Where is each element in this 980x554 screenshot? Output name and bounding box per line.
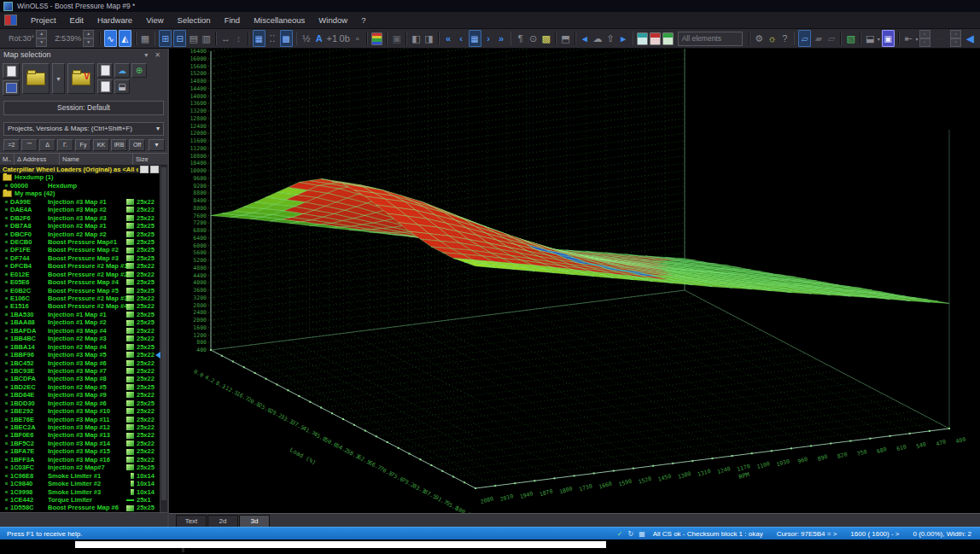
toolbar-overflow-icon[interactable]: ◀ — [965, 31, 976, 46]
next-map-icon[interactable]: › — [483, 31, 494, 46]
menu-find[interactable]: Find — [218, 14, 247, 26]
network-icon[interactable]: ⊕ — [131, 63, 147, 78]
filter-2[interactable]: =2 — [3, 139, 20, 151]
filter-irb[interactable]: IRB — [111, 139, 127, 151]
map-preview-icon[interactable]: ▩ — [540, 31, 551, 46]
tree-row-hexdump[interactable]: 00000Hexdump — [0, 182, 167, 190]
tree-scrollbar[interactable] — [160, 166, 167, 512]
open-project-button[interactable] — [22, 63, 50, 94]
map-row[interactable]: 1BD84EInjection #3 Map #925x22 — [0, 391, 167, 399]
map-row[interactable]: 1CE442Torque Limiter25x1 — [0, 496, 167, 504]
all-elements-select[interactable]: All elements — [678, 32, 743, 46]
column-m[interactable]: M.. — [0, 154, 15, 165]
first-map-icon[interactable]: « — [443, 31, 454, 46]
mesh-icon[interactable]: ▩ — [280, 30, 293, 47]
open-project-dropdown[interactable]: ▼ — [52, 63, 65, 94]
extra-spinner-1[interactable]: ▲▼ — [919, 30, 930, 47]
menu-window[interactable]: Window — [312, 14, 354, 26]
map-3d-view[interactable]: 4008001200160020002400280032003600400044… — [169, 49, 980, 527]
map-row[interactable]: 1C9998Smoke Limiter #310x14 — [0, 488, 167, 496]
import-maps-button[interactable] — [67, 63, 95, 94]
search-icon[interactable]: ⊙ — [528, 31, 539, 46]
colors-icon[interactable] — [371, 32, 383, 45]
tab-text[interactable]: Text — [176, 515, 207, 527]
menu-project[interactable]: Project — [24, 14, 63, 26]
project-icon[interactable] — [4, 15, 17, 26]
window-icon[interactable]: ⬒ — [560, 31, 571, 46]
document-window-icon[interactable]: ⬓ — [114, 79, 130, 94]
folded-map-icon[interactable]: ▱ — [798, 30, 811, 47]
grid-columns-icon[interactable]: ▥ — [201, 31, 212, 46]
map-row[interactable]: 1BD2ECInjection #2 Map #525x25 — [0, 383, 167, 391]
folder-hexdump[interactable]: Hexdump (1) — [0, 173, 167, 181]
map-row[interactable]: DECB0Boost Pressure Map#125x25 — [0, 238, 167, 246]
map-row[interactable]: E05E6Boost Pressure Map #425x25 — [0, 278, 167, 286]
map-row[interactable]: DAE4AInjection #3 Map #225x22 — [0, 206, 167, 213]
map-row[interactable]: 1BBF96Injection #3 Map #525x22 — [0, 351, 167, 359]
filter-dropdown-icon[interactable]: ▼ — [149, 139, 165, 151]
window-select-icon[interactable]: ⬓ — [865, 31, 876, 46]
factor-icon[interactable]: ½ — [300, 31, 312, 46]
dropdown-caret-icon[interactable]: ▾ — [916, 36, 919, 42]
colored-map-icon[interactable]: ▧ — [845, 31, 856, 46]
root-grid-icon[interactable] — [140, 166, 149, 173]
map-row[interactable]: 1BC93EInjection #3 Map #725x22 — [0, 367, 167, 375]
map-row[interactable]: 1BBA14Injection #2 Map #425x25 — [0, 343, 167, 351]
new-document-icon[interactable] — [3, 63, 20, 79]
folder-my-maps[interactable]: My maps (42) — [0, 190, 167, 197]
menu-miscellaneous[interactable]: Miscellaneous — [247, 14, 312, 26]
map-row[interactable]: DFCB4Boost Pressure #2 Map #125x22 — [0, 262, 167, 270]
upload-original-icon[interactable]: ☁ — [592, 31, 604, 46]
online-icon[interactable]: ☁ — [114, 63, 130, 78]
increment-icon[interactable]: +1 — [326, 31, 337, 46]
map-row[interactable]: 1BAA88Injection #1 Map #225x25 — [0, 318, 167, 326]
binary-icon[interactable]: 0b — [339, 31, 350, 46]
map-row[interactable]: 1BAFDAInjection #3 Map #425x22 — [0, 327, 167, 335]
map-row[interactable]: 1BA530Injection #1 Map #125x25 — [0, 311, 167, 318]
zoom-spinner[interactable]: ▲▼ — [83, 30, 94, 47]
map-row[interactable]: DB7A8Injection #2 Map #125x25 — [0, 222, 167, 230]
value-dots-icon[interactable]: ⁚⁚ — [267, 31, 278, 46]
map-row[interactable]: 1BF5C2Injection #3 Map #1425x22 — [0, 440, 167, 447]
panel-menu-icon[interactable]: ▾ — [141, 51, 151, 59]
map-row[interactable]: E012EBoost Pressure #2 Map #225x22 — [0, 271, 167, 278]
extra-spinner-2[interactable]: ▲▼ — [950, 30, 961, 47]
map-row[interactable]: 1D558CBoost Pressure Map #625x25 — [0, 504, 167, 511]
folded-map3-icon[interactable]: ▱ — [825, 31, 837, 46]
window-split-icon[interactable]: ⊟ — [173, 30, 186, 47]
text-columns-icon[interactable]: ▤ — [188, 31, 199, 46]
surface-chart[interactable]: 4008001200160020002400280032003600400044… — [169, 49, 980, 517]
map-row[interactable]: 1BFA7EInjection #3 Map #1525x22 — [0, 447, 167, 455]
filter-[interactable]: Γ. — [57, 139, 73, 151]
map-row[interactable]: 1C03FCInjection #2 Map#725x25 — [0, 464, 167, 471]
map-row[interactable]: 1C9840Smoke Limiter #210x14 — [0, 480, 167, 487]
import-document-icon[interactable] — [97, 79, 113, 94]
last-map-icon[interactable]: » — [496, 31, 507, 46]
table-view-icon[interactable]: ▦ — [140, 31, 151, 46]
map-row[interactable]: 1BE292Injection #3 Map #1025x22 — [0, 407, 167, 415]
filter-fy[interactable]: Fy — [75, 139, 91, 151]
text-window-icon[interactable] — [637, 32, 648, 45]
projects-combo[interactable]: Projects, Versions & Maps: (Ctrl+Shift+F… — [3, 122, 164, 136]
forward-icon[interactable]: ▸ — [618, 31, 629, 46]
tab-2d[interactable]: 2d — [207, 515, 238, 527]
print-icon[interactable]: ▣ — [391, 31, 402, 46]
active-3d-window-icon[interactable]: ▣ — [882, 30, 895, 47]
panel-close-icon[interactable]: ✕ — [151, 51, 164, 59]
map-row[interactable]: 1C96E8Smoke Limiter #110x14 — [0, 472, 167, 480]
text-marks-icon[interactable]: ¶ — [515, 31, 526, 46]
back-icon[interactable]: ◂ — [580, 31, 591, 46]
value-window-icon[interactable] — [650, 32, 661, 45]
session-button[interactable]: Session: Default — [3, 101, 164, 115]
folded-map2-icon[interactable]: ▰ — [813, 31, 824, 46]
settings-icon[interactable]: ⚙ — [754, 31, 765, 46]
map-row[interactable]: 1BFF3AInjection #3 Map #1625x22 — [0, 456, 167, 464]
compare-icon[interactable]: ◧ — [411, 31, 422, 46]
view-2d-icon[interactable]: ∿ — [104, 30, 117, 47]
rotation-spinner[interactable]: ▲▼ — [36, 30, 47, 47]
window-tile-icon[interactable]: ⊞ — [159, 30, 172, 47]
hint-icon[interactable]: ☼ — [767, 31, 778, 46]
map-row[interactable]: 1BCDFAInjection #3 Map #825x22 — [0, 375, 167, 382]
map-row[interactable]: 1BDD30Injection #2 Map #625x25 — [0, 399, 167, 407]
column-address[interactable]: Δ Address — [15, 154, 60, 165]
